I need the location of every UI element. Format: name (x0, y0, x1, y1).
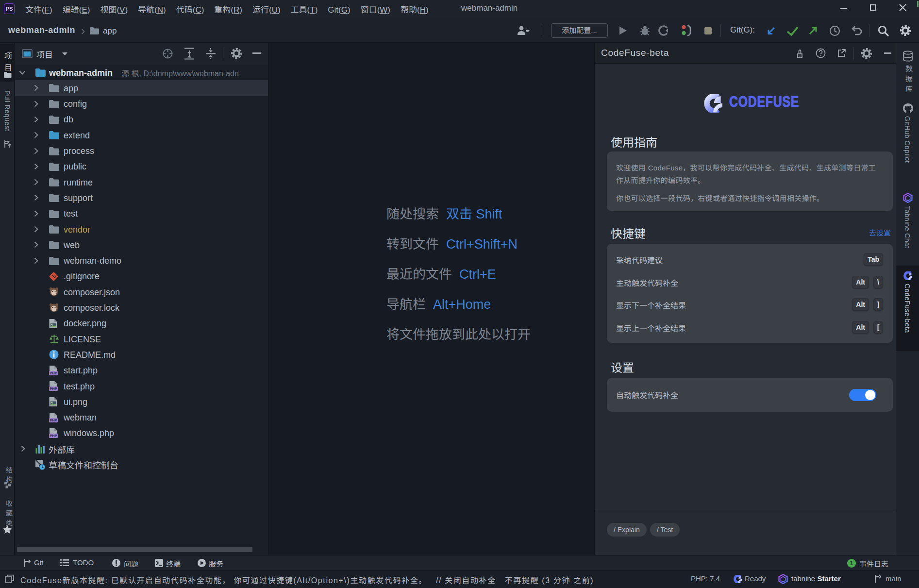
svg-text:PHP: PHP (50, 434, 57, 438)
svg-text:PHP: PHP (50, 371, 57, 375)
svg-text:PHP: PHP (50, 386, 57, 391)
svg-text:PHP: PHP (50, 418, 57, 422)
